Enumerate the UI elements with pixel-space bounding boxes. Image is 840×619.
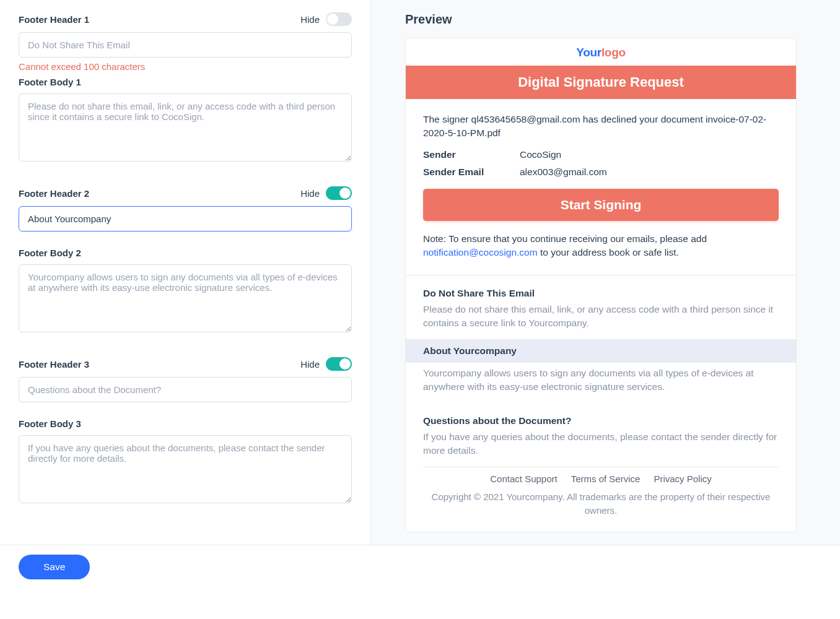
footer-header-3-group: Footer Header 3 Hide	[19, 357, 352, 402]
contact-support-link[interactable]: Contact Support	[490, 474, 557, 484]
hide-label-2: Hide	[300, 188, 320, 199]
footer-body-3-label: Footer Body 3	[19, 418, 81, 429]
decline-text: The signer ql453645658@gmail.com has dec…	[423, 113, 779, 141]
footer-header-1-hide: Hide	[300, 12, 352, 26]
footer-header-2-row: Footer Header 2 Hide	[19, 186, 352, 200]
start-signing-button[interactable]: Start Signing	[423, 189, 779, 221]
footer-body-3-row: Footer Body 3	[19, 418, 352, 429]
section-3-body: If you have any queries about the docume…	[423, 430, 779, 458]
footer-header-3-label: Footer Header 3	[19, 359, 89, 370]
main-container: Footer Header 1 Hide Cannot exceed 100 c…	[0, 0, 840, 545]
sender-label: Sender	[423, 149, 520, 160]
note-text: Note: To ensure that you continue receiv…	[423, 232, 779, 260]
footer-body-1-group: Footer Body 1	[19, 77, 352, 164]
preview-banner: Digital Signature Request	[406, 66, 796, 99]
hide-label-1: Hide	[300, 14, 320, 25]
footer-header-1-error: Cannot exceed 100 characters	[19, 61, 352, 72]
preview-section-1: Do Not Share This Email Please do not sh…	[406, 275, 796, 339]
save-button[interactable]: Save	[19, 555, 90, 579]
note-prefix: Note: To ensure that you continue receiv…	[423, 233, 707, 244]
footer-header-3-row: Footer Header 3 Hide	[19, 357, 352, 371]
logo-part-2: logo	[602, 46, 626, 59]
footer-body-3-group: Footer Body 3	[19, 418, 352, 506]
footer-header-2-label: Footer Header 2	[19, 188, 89, 199]
sender-value: CocoSign	[520, 149, 561, 160]
sender-email-label: Sender Email	[423, 167, 520, 178]
sender-row: Sender CocoSign	[423, 149, 779, 160]
terms-link[interactable]: Terms of Service	[571, 474, 641, 484]
footer-body-1-row: Footer Body 1	[19, 77, 352, 87]
section-2-head: About Yourcompany	[406, 339, 796, 363]
preview-card: Yourlogo Digital Signature Request The s…	[405, 38, 797, 532]
section-3-head: Questions about the Document?	[423, 415, 779, 426]
footer-header-1-input[interactable]	[19, 32, 352, 58]
footer-header-3-toggle[interactable]	[326, 357, 352, 371]
footer-header-1-label: Footer Header 1	[19, 14, 89, 25]
section-1-body: Please do not share this email, link, or…	[423, 303, 779, 331]
section-2-body: Yourcompany allows users to sign any doc…	[423, 366, 779, 394]
footer-body-2-textarea[interactable]	[19, 264, 352, 332]
sender-email-row: Sender Email alex003@gmail.com	[423, 167, 779, 178]
bottom-bar: Save	[0, 545, 840, 588]
footer-body-2-label: Footer Body 2	[19, 248, 81, 258]
footer-body-2-row: Footer Body 2	[19, 248, 352, 258]
note-email-link[interactable]: notification@cocosign.com	[423, 247, 538, 258]
footer-header-2-group: Footer Header 2 Hide	[19, 186, 352, 232]
sender-email-value: alex003@gmail.com	[520, 167, 607, 178]
footer-header-2-toggle[interactable]	[326, 186, 352, 200]
preview-title: Preview	[405, 12, 797, 27]
logo-area: Yourlogo	[406, 38, 796, 66]
logo-part-1: Your	[576, 46, 602, 59]
footer-header-2-input[interactable]	[19, 206, 352, 232]
footer-header-2-hide: Hide	[300, 186, 352, 200]
footer-body-3-textarea[interactable]	[19, 435, 352, 503]
footer-body-1-textarea[interactable]	[19, 93, 352, 162]
footer-header-1-toggle[interactable]	[326, 12, 352, 26]
copyright-text: Copyright © 2021 Yourcompany. All tradem…	[406, 490, 796, 532]
footer-header-3-input[interactable]	[19, 377, 352, 402]
preview-body: The signer ql453645658@gmail.com has dec…	[406, 99, 796, 266]
hide-label-3: Hide	[300, 359, 320, 370]
footer-body-1-label: Footer Body 1	[19, 77, 81, 87]
privacy-link[interactable]: Privacy Policy	[654, 474, 711, 484]
footer-header-1-group: Footer Header 1 Hide Cannot exceed 100 c…	[19, 12, 352, 72]
preview-panel: Preview Yourlogo Digital Signature Reque…	[370, 0, 840, 545]
footer-body-2-group: Footer Body 2	[19, 248, 352, 335]
form-panel[interactable]: Footer Header 1 Hide Cannot exceed 100 c…	[0, 0, 370, 545]
footer-header-1-row: Footer Header 1 Hide	[19, 12, 352, 26]
footer-links: Contact Support Terms of Service Privacy…	[406, 467, 796, 490]
note-suffix: to your address book or safe list.	[538, 247, 679, 258]
footer-header-3-hide: Hide	[300, 357, 352, 371]
preview-section-3: Questions about the Document? If you hav…	[406, 403, 796, 467]
preview-section-2: About Yourcompany Yourcompany allows use…	[406, 339, 796, 403]
section-1-head: Do Not Share This Email	[423, 288, 779, 299]
